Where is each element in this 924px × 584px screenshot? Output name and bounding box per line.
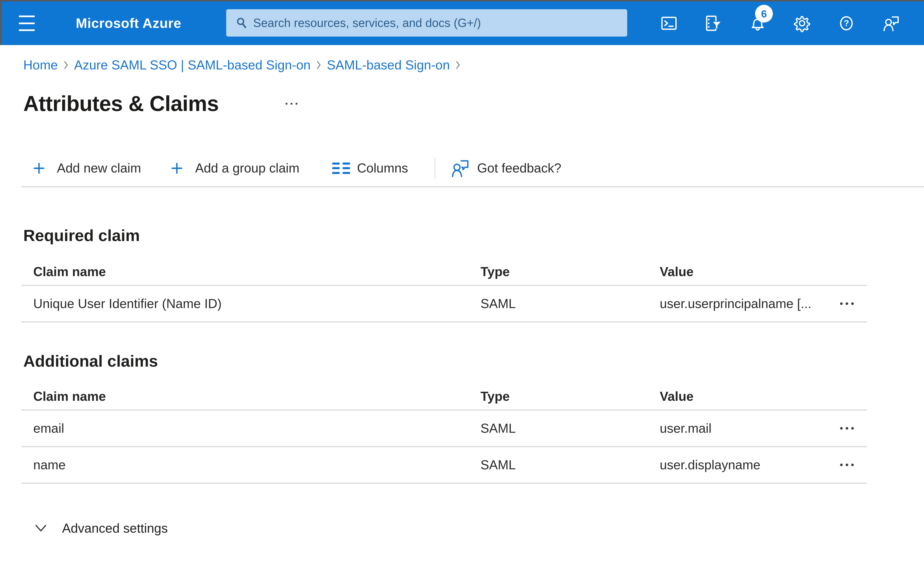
row-context-menu-icon[interactable]	[840, 302, 854, 305]
plus-icon	[172, 163, 182, 174]
advanced-settings-toggle[interactable]: Advanced settings	[35, 520, 168, 536]
global-search[interactable]	[226, 9, 627, 36]
breadcrumb: Home Azure SAML SSO | SAML-based Sign-on…	[23, 58, 460, 72]
claim-value-cell: user.userprincipalname [...	[660, 296, 827, 311]
chevron-right-icon	[64, 60, 68, 70]
claim-value-cell: user.mail	[660, 421, 827, 436]
column-header-type: Type	[480, 264, 660, 279]
chevron-right-icon	[317, 60, 321, 70]
hamburger-bar	[19, 30, 35, 31]
got-feedback-button[interactable]: Got feedback?	[477, 156, 561, 179]
required-claim-table: Claim name Type Value Unique User Identi…	[21, 258, 867, 322]
table-row[interactable]: email SAML user.mail	[21, 411, 867, 447]
claim-name-cell: name	[21, 457, 480, 472]
toolbar-divider	[435, 157, 435, 179]
chevron-right-icon	[456, 60, 460, 70]
table-header-row: Claim name Type Value	[21, 258, 867, 286]
feedback-icon[interactable]	[882, 15, 899, 32]
column-header-claim-name: Claim name	[21, 264, 480, 279]
directory-filter-icon[interactable]	[705, 15, 722, 32]
command-toolbar: Add new claim Add a group claim Columns …	[0, 156, 924, 179]
azure-top-bar: Microsoft Azure	[0, 2, 924, 45]
additional-claims-table: Claim name Type Value email SAML user.ma…	[21, 383, 867, 484]
column-header-type: Type	[480, 389, 660, 404]
claim-type-cell: SAML	[480, 421, 660, 436]
breadcrumb-home-link[interactable]: Home	[23, 58, 58, 72]
claim-type-cell: SAML	[480, 296, 660, 311]
row-context-menu-icon[interactable]	[840, 464, 854, 466]
table-row[interactable]: Unique User Identifier (Name ID) SAML us…	[21, 286, 867, 322]
hamburger-bar	[19, 23, 35, 24]
claim-name-cell: email	[21, 421, 480, 436]
claim-type-cell: SAML	[480, 457, 660, 472]
window-left-edge	[0, 0, 2, 45]
claim-name-cell: Unique User Identifier (Name ID)	[21, 296, 480, 311]
search-input[interactable]	[253, 9, 627, 36]
column-header-claim-name: Claim name	[21, 389, 480, 404]
required-claim-heading: Required claim	[23, 226, 140, 245]
title-overflow-menu-icon[interactable]	[285, 103, 297, 105]
settings-gear-icon[interactable]	[793, 15, 811, 32]
add-new-claim-button[interactable]: Add new claim	[57, 156, 141, 179]
hamburger-menu-icon[interactable]	[18, 15, 36, 31]
hamburger-bar	[19, 15, 35, 17]
table-header-row: Claim name Type Value	[21, 383, 867, 411]
advanced-settings-label: Advanced settings	[62, 521, 168, 536]
columns-button[interactable]: Columns	[357, 156, 408, 179]
chevron-down-icon	[35, 524, 47, 533]
help-icon[interactable]: ?	[838, 15, 855, 32]
brand-title: Microsoft Azure	[76, 2, 181, 45]
row-context-menu-icon[interactable]	[840, 427, 854, 429]
table-row[interactable]: name SAML user.displayname	[21, 447, 867, 484]
breadcrumb-signon-link[interactable]: SAML-based Sign-on	[327, 58, 450, 72]
breadcrumb-app-link[interactable]: Azure SAML SSO | SAML-based Sign-on	[74, 58, 311, 72]
claim-value-cell: user.displayname	[660, 457, 827, 472]
notification-count-badge: 6	[755, 5, 773, 23]
column-header-value: Value	[660, 264, 827, 279]
additional-claims-heading: Additional claims	[23, 352, 158, 370]
add-group-claim-button[interactable]: Add a group claim	[195, 156, 299, 179]
window-top-edge	[0, 0, 924, 2]
svg-text:?: ?	[844, 18, 849, 28]
page-title: Attributes & Claims	[23, 91, 219, 116]
toolbar-separator	[21, 186, 924, 187]
column-header-value: Value	[660, 389, 827, 404]
feedback-person-icon	[450, 158, 469, 178]
cloud-shell-icon[interactable]	[660, 15, 678, 32]
plus-icon	[34, 163, 45, 174]
columns-icon	[332, 163, 350, 174]
search-icon	[236, 17, 248, 29]
